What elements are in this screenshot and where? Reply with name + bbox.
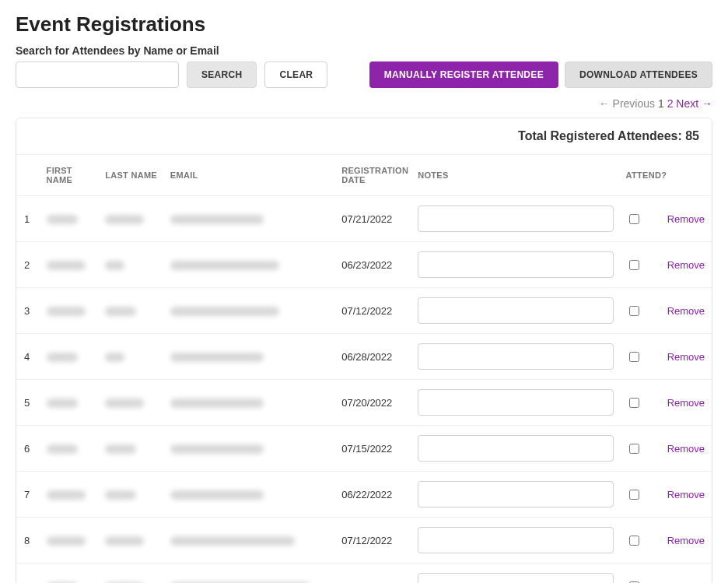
row-last-name — [99, 472, 164, 518]
row-registration-date: 07/21/2022 — [335, 196, 411, 242]
row-email — [164, 242, 335, 288]
redacted-text — [170, 353, 264, 362]
row-last-name — [99, 242, 164, 288]
row-first-name — [40, 426, 100, 472]
search-input[interactable] — [16, 61, 179, 88]
table-row: 8 07/12/2022 Remove — [16, 518, 712, 564]
toolbar: SEARCH CLEAR MANUALLY REGISTER ATTENDEE … — [16, 61, 712, 88]
notes-input[interactable] — [418, 251, 613, 278]
clear-button[interactable]: CLEAR — [264, 61, 327, 88]
redacted-text — [47, 261, 86, 270]
row-last-name — [99, 518, 164, 564]
redacted-text — [170, 444, 264, 454]
row-last-name — [99, 196, 164, 242]
row-email — [164, 334, 335, 380]
table-row: 3 07/12/2022 Remove — [16, 288, 712, 334]
search-button[interactable]: SEARCH — [187, 61, 257, 88]
row-registration-date: 07/20/2022 — [335, 380, 411, 426]
attend-checkbox[interactable] — [629, 490, 639, 500]
notes-input[interactable] — [418, 527, 613, 553]
col-first-name: FIRST NAME — [40, 155, 100, 196]
row-last-name — [99, 334, 164, 380]
row-first-name — [40, 472, 100, 518]
redacted-text — [47, 536, 86, 546]
row-notes-cell — [411, 472, 619, 518]
row-email — [164, 288, 335, 334]
remove-link[interactable]: Remove — [667, 443, 705, 455]
notes-input[interactable] — [418, 343, 613, 370]
remove-link[interactable]: Remove — [667, 351, 705, 363]
table-row: 1 07/21/2022 Remove — [16, 196, 712, 242]
notes-input[interactable] — [418, 435, 613, 462]
row-attend-cell — [620, 380, 661, 426]
row-notes-cell — [411, 196, 619, 242]
notes-input[interactable] — [418, 573, 613, 583]
remove-link[interactable]: Remove — [667, 305, 705, 317]
pagination: ← Previous 1 2 Next → — [16, 97, 712, 110]
row-first-name — [40, 334, 100, 380]
row-attend-cell — [620, 518, 661, 564]
table-row: 2 06/23/2022 Remove — [16, 242, 712, 288]
attend-checkbox[interactable] — [629, 352, 639, 362]
row-notes-cell — [411, 334, 619, 380]
attend-checkbox[interactable] — [629, 536, 639, 546]
attend-checkbox[interactable] — [629, 444, 639, 454]
redacted-text — [105, 307, 136, 316]
pagination-page-1: 1 — [658, 97, 664, 110]
download-attendees-button[interactable]: DOWNLOAD ATTENDEES — [565, 61, 712, 88]
row-number: 7 — [16, 472, 40, 518]
attend-checkbox[interactable] — [629, 398, 639, 408]
redacted-text — [170, 307, 279, 316]
redacted-text — [170, 261, 279, 270]
redacted-text — [105, 353, 124, 362]
row-registration-date: 07/12/2022 — [335, 518, 411, 564]
row-attend-cell — [620, 564, 661, 584]
table-row: 9 07/18/2022 Remove — [16, 564, 712, 584]
row-last-name — [99, 426, 164, 472]
row-remove-cell: Remove — [661, 288, 712, 334]
row-registration-date: 06/28/2022 — [335, 334, 411, 380]
remove-link[interactable]: Remove — [667, 489, 705, 500]
pagination-page-2[interactable]: 2 — [667, 97, 674, 110]
row-remove-cell: Remove — [661, 564, 712, 584]
row-notes-cell — [411, 518, 619, 564]
row-email — [164, 426, 335, 472]
pagination-next[interactable]: Next → — [676, 97, 712, 110]
col-notes: NOTES — [411, 155, 619, 196]
remove-link[interactable]: Remove — [667, 259, 705, 271]
col-remove — [661, 155, 712, 196]
notes-input[interactable] — [418, 389, 613, 416]
redacted-text — [105, 536, 144, 546]
row-last-name — [99, 564, 164, 584]
attendees-table: FIRST NAME LAST NAME EMAIL REGISTRATION … — [16, 155, 712, 583]
redacted-text — [170, 536, 295, 546]
row-first-name — [40, 242, 100, 288]
attend-checkbox[interactable] — [629, 306, 639, 316]
row-registration-date: 07/18/2022 — [335, 564, 411, 584]
remove-link[interactable]: Remove — [667, 535, 705, 546]
redacted-text — [170, 490, 264, 500]
redacted-text — [47, 490, 86, 500]
notes-input[interactable] — [418, 297, 613, 324]
col-attend: ATTEND? — [620, 155, 661, 196]
col-last-name: LAST NAME — [99, 155, 164, 196]
attendees-summary: Total Registered Attendees: 85 — [16, 118, 712, 155]
pagination-previous: ← Previous — [599, 97, 655, 110]
remove-link[interactable]: Remove — [667, 581, 705, 584]
summary-label: Total Registered Attendees: — [518, 129, 682, 142]
remove-link[interactable]: Remove — [667, 397, 705, 409]
row-first-name — [40, 380, 100, 426]
remove-link[interactable]: Remove — [667, 213, 705, 225]
row-notes-cell — [411, 426, 619, 472]
attend-checkbox[interactable] — [629, 214, 639, 224]
redacted-text — [105, 490, 136, 500]
notes-input[interactable] — [418, 481, 613, 507]
row-email — [164, 564, 335, 584]
redacted-text — [105, 399, 144, 408]
row-notes-cell — [411, 564, 619, 584]
manually-register-button[interactable]: MANUALLY REGISTER ATTENDEE — [369, 61, 558, 88]
attend-checkbox[interactable] — [629, 260, 639, 270]
toolbar-left: SEARCH CLEAR — [16, 61, 327, 88]
redacted-text — [47, 215, 78, 224]
notes-input[interactable] — [418, 205, 613, 232]
